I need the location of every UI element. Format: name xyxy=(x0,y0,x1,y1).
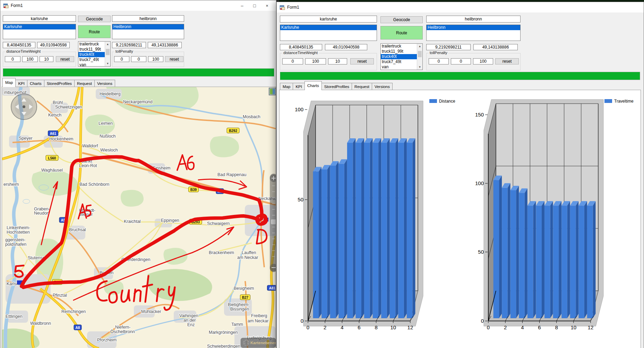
dtw-field-2[interactable] xyxy=(305,58,326,64)
list-item[interactable]: truck40t xyxy=(78,52,105,57)
map-town-label: Bietigheim- xyxy=(228,302,250,307)
tab-request[interactable]: Request xyxy=(74,80,95,87)
scroll-up-icon[interactable]: ▲ xyxy=(417,44,422,49)
dtw-field-3[interactable] xyxy=(328,58,347,64)
origin-lat-field[interactable] xyxy=(37,42,70,48)
svg-text:0: 0 xyxy=(481,318,484,324)
origin-lon-field[interactable] xyxy=(3,42,35,48)
map-town-label: Nußloch xyxy=(100,134,116,139)
dtw-field-1[interactable] xyxy=(5,56,20,62)
toll-field-1[interactable] xyxy=(429,58,449,64)
origin-lon-field[interactable] xyxy=(280,44,322,50)
map-town-label: Schwetzingen xyxy=(55,105,82,110)
origin-lat-field[interactable] xyxy=(325,44,367,50)
list-item[interactable]: truck40t xyxy=(381,54,417,59)
tab-kpi[interactable]: KPI xyxy=(293,83,305,90)
listbox-scrollbar[interactable]: ▲ ▼ xyxy=(417,44,422,70)
legend-label: Distance xyxy=(439,99,455,104)
toll-field-1[interactable] xyxy=(114,56,129,62)
map-town-label: Brackenheim xyxy=(209,250,234,255)
list-item[interactable]: trailertruck xyxy=(381,44,417,49)
scroll-down-icon[interactable]: ▼ xyxy=(417,64,422,70)
destination-search-input[interactable] xyxy=(426,16,521,23)
list-item[interactable]: truck7_49t xyxy=(78,57,105,62)
scroll-down-icon[interactable]: ▼ xyxy=(105,61,110,66)
overview-map-button[interactable] xyxy=(269,88,276,95)
tab-storedprofiles[interactable]: StoredProfiles xyxy=(321,83,352,90)
zoom-handle[interactable] xyxy=(271,219,276,224)
tab-charts[interactable]: Charts xyxy=(304,81,322,90)
dest-lat-field[interactable] xyxy=(473,44,518,50)
zoom-slider[interactable] xyxy=(270,174,276,272)
scroll-up-icon[interactable]: ▲ xyxy=(105,42,110,47)
list-item[interactable]: trailertruck xyxy=(78,42,105,47)
map-town-label: am Neckar xyxy=(248,319,268,323)
list-item[interactable]: Heilbronn xyxy=(427,25,520,30)
bar xyxy=(330,166,336,318)
toll-field-3[interactable] xyxy=(473,58,493,64)
destination-results-listbox[interactable]: Heilbronn xyxy=(426,25,521,41)
vehicle-profile-listbox[interactable]: trailertrucktruck11_99ttruck40ttruck7_49… xyxy=(78,41,111,67)
dtw-reset-button[interactable]: reset xyxy=(350,58,374,64)
dest-lat-field[interactable] xyxy=(148,42,182,48)
dtw-field-1[interactable] xyxy=(282,58,303,64)
map-pan-control[interactable] xyxy=(11,94,37,120)
tab-versions[interactable]: Versions xyxy=(372,83,393,90)
map-town-label: Bad Rappenau xyxy=(217,172,246,177)
geocode-button[interactable]: Geocode xyxy=(78,16,111,22)
tab-kpi[interactable]: KPI xyxy=(15,80,27,87)
tab-charts[interactable]: Charts xyxy=(27,80,44,87)
destination-search-input[interactable] xyxy=(112,15,184,22)
list-item[interactable]: Karlsruhe xyxy=(280,25,377,30)
route-button[interactable]: Route xyxy=(380,26,423,40)
maximize-button[interactable]: □ xyxy=(248,0,261,11)
tab-versions[interactable]: Versions xyxy=(94,80,115,87)
list-item[interactable]: truck11_99t xyxy=(381,49,417,54)
tab-map[interactable]: Map xyxy=(2,78,16,87)
route-button[interactable]: Route xyxy=(78,25,111,38)
minimize-button[interactable]: – xyxy=(236,0,248,11)
dtw-field-3[interactable] xyxy=(40,56,53,62)
tab-request[interactable]: Request xyxy=(352,83,372,90)
titlebar[interactable]: Form1 – □ × xyxy=(0,0,276,11)
list-item[interactable]: truck11_99t xyxy=(78,47,105,52)
close-button[interactable]: × xyxy=(261,0,273,11)
list-item[interactable]: Karlsruhe xyxy=(3,24,76,29)
list-item[interactable]: van xyxy=(78,62,105,67)
map-town-label: Remchingen xyxy=(61,309,86,314)
toll-reset-button[interactable]: reset xyxy=(495,58,519,64)
bar xyxy=(364,143,370,318)
map-town-label: Enz xyxy=(187,322,195,327)
tab-storedprofiles[interactable]: StoredProfiles xyxy=(44,80,75,87)
origin-search-input[interactable] xyxy=(3,15,76,22)
map-town-label: Heidelberg xyxy=(100,92,121,96)
origin-search-input[interactable] xyxy=(280,16,377,23)
toll-field-2[interactable] xyxy=(131,56,146,62)
origin-results-listbox[interactable]: Karlsruhe xyxy=(280,25,377,41)
toll-field-3[interactable] xyxy=(148,56,163,62)
dest-lon-field[interactable] xyxy=(426,44,471,50)
origin-results-listbox[interactable]: Karlsruhe xyxy=(3,24,76,39)
vehicle-profile-listbox[interactable]: trailertrucktruck11_99ttruck40ttruck7_49… xyxy=(380,43,423,70)
list-item[interactable]: van xyxy=(381,64,417,70)
toll-field-2[interactable] xyxy=(451,58,471,64)
dtw-reset-button[interactable]: reset xyxy=(56,56,74,62)
map-layers-button[interactable]: Kartenebenen xyxy=(241,338,276,348)
map-canvas[interactable]: mburgerhofHeidelbergNeckargemündBrühlSch… xyxy=(2,87,276,348)
svg-text:10: 10 xyxy=(570,324,576,330)
listbox-scrollbar[interactable]: ▲ ▼ xyxy=(105,42,110,66)
map-town-label: Leimen xyxy=(98,121,113,126)
titlebar[interactable]: Form1 xyxy=(277,2,644,12)
dtw-field-2[interactable] xyxy=(22,56,38,62)
toll-reset-button[interactable]: reset xyxy=(165,56,183,62)
svg-text:L560: L560 xyxy=(48,156,56,160)
scroll-thumb[interactable] xyxy=(418,51,422,57)
dest-lon-field[interactable] xyxy=(112,42,146,48)
map-town-label: Mühlacker xyxy=(141,309,161,314)
list-item[interactable]: truck7_49t xyxy=(381,59,417,64)
destination-results-listbox[interactable]: Heilbronn xyxy=(112,24,184,39)
list-item[interactable]: Heilbronn xyxy=(112,24,184,29)
tab-map[interactable]: Map xyxy=(280,83,293,90)
scroll-thumb[interactable] xyxy=(106,49,110,55)
geocode-button[interactable]: Geocode xyxy=(380,16,423,23)
